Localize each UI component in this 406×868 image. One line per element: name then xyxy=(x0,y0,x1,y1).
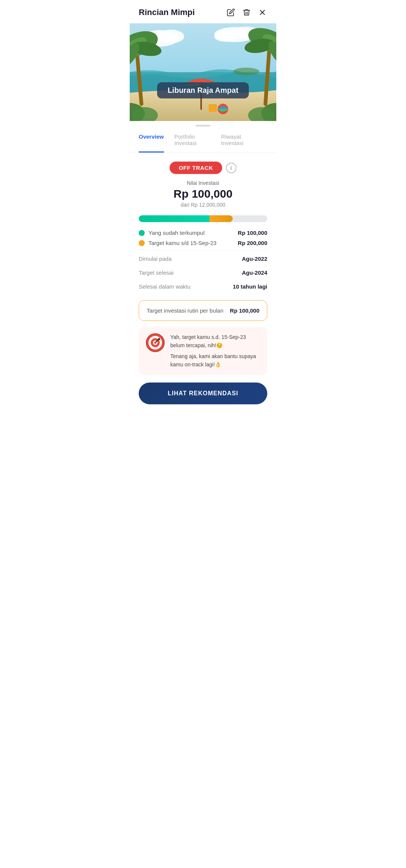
legend-dot-orange xyxy=(139,240,145,246)
off-track-badge: OFF TRACK xyxy=(170,162,222,174)
tab-overview[interactable]: Overview xyxy=(139,128,164,153)
target-label: Target selesai xyxy=(139,269,174,276)
progress-orange-fill xyxy=(209,215,233,222)
info-row-duration: Selesai dalam waktu 10 tahun lagi xyxy=(139,280,267,293)
legend-target-value: Rp 200,000 xyxy=(238,240,267,246)
close-icon[interactable] xyxy=(258,8,267,17)
monthly-target-box: Target investasi rutin per bulan Rp 100,… xyxy=(139,300,267,321)
hero-banner: Liburan Raja Ampat xyxy=(130,23,276,121)
legend-dot-green xyxy=(139,230,145,236)
info-row-start: Dimulai pada Agu-2022 xyxy=(139,252,267,266)
cta-button[interactable]: LIHAT REKOMENDASI xyxy=(139,383,267,404)
header: Rincian Mimpi xyxy=(130,0,276,23)
delete-icon[interactable] xyxy=(242,8,251,17)
info-icon[interactable]: i xyxy=(226,163,236,173)
target-icon xyxy=(145,333,165,352)
header-actions xyxy=(226,8,267,17)
divider-1 xyxy=(139,250,267,250)
status-row: OFF TRACK i xyxy=(139,162,267,174)
svg-point-27 xyxy=(233,68,259,75)
progress-green-fill xyxy=(139,215,209,222)
start-value: Agu-2022 xyxy=(242,256,267,262)
nilai-amount: Rp 100,000 xyxy=(139,188,267,200)
nilai-label: Nilai Investasi xyxy=(139,180,267,186)
tab-riwayat[interactable]: Riwayat Investasi xyxy=(221,128,257,153)
hero-title: Liburan Raja Ampat xyxy=(157,82,249,98)
legend-collected-label: Yang sudah terkumpul xyxy=(148,230,205,236)
dari-label: dari Rp 12,000,000 xyxy=(139,202,267,208)
duration-value: 10 tahun lagi xyxy=(233,283,267,290)
legend-target: Target kamu s/d 15-Sep-23 Rp 200,000 xyxy=(139,240,267,246)
drag-handle[interactable] xyxy=(195,125,211,127)
edit-icon[interactable] xyxy=(226,8,236,17)
start-label: Dimulai pada xyxy=(139,256,172,262)
svg-point-8 xyxy=(214,31,237,42)
svg-point-4 xyxy=(158,30,184,43)
alert-text: Yah, target kamu s.d. 15-Sep-23 belum te… xyxy=(170,333,261,369)
svg-rect-21 xyxy=(209,105,217,112)
overview-content: OFF TRACK i Nilai Investasi Rp 100,000 d… xyxy=(130,153,276,416)
legend-target-label: Target kamu s/d 15-Sep-23 xyxy=(148,240,217,246)
progress-bar xyxy=(139,215,267,222)
page-title: Rincian Mimpi xyxy=(139,8,195,17)
legend-collected: Yang sudah terkumpul Rp 100,000 xyxy=(139,230,267,236)
monthly-target-value: Rp 100,000 xyxy=(230,307,259,314)
info-row-target: Target selesai Agu-2024 xyxy=(139,266,267,280)
alert-line1: Yah, target kamu s.d. 15-Sep-23 belum te… xyxy=(170,333,261,350)
alert-box: Yah, target kamu s.d. 15-Sep-23 belum te… xyxy=(139,327,267,375)
target-value: Agu-2024 xyxy=(242,269,267,276)
duration-label: Selesai dalam waktu xyxy=(139,283,191,290)
monthly-target-label: Target investasi rutin per bulan xyxy=(147,307,223,314)
tab-bar: Overview Portfolio Investasi Riwayat Inv… xyxy=(130,128,276,153)
legend-collected-value: Rp 100,000 xyxy=(238,230,267,236)
alert-line2: Tenang aja, kami akan bantu supaya kamu … xyxy=(170,352,261,369)
tab-portfolio[interactable]: Portfolio Investasi xyxy=(174,128,211,153)
